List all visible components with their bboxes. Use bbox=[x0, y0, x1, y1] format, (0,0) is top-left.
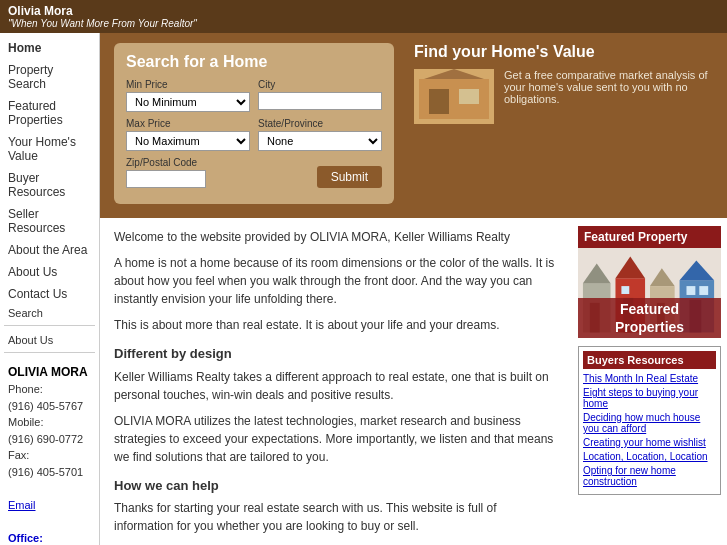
min-price-group: Min Price No Minimum $50,000 $100,000 $2… bbox=[126, 79, 250, 112]
search-form-title: Search for a Home bbox=[126, 53, 382, 71]
search-label: Search bbox=[0, 305, 99, 319]
svg-rect-19 bbox=[686, 286, 695, 295]
top-bar: Olivia Mora "When You Want More From You… bbox=[0, 0, 727, 33]
para2: This is about more than real estate. It … bbox=[114, 316, 558, 334]
zip-input[interactable] bbox=[126, 170, 206, 188]
min-price-label: Min Price bbox=[126, 79, 250, 90]
contact-fax-label: Fax: bbox=[8, 447, 91, 464]
buyers-resource-link[interactable]: Opting for new home construction bbox=[583, 465, 716, 487]
contact-fax: (916) 405-5701 bbox=[8, 464, 91, 481]
max-price-group: Max Price No Maximum $200,000 $400,000 bbox=[126, 118, 250, 151]
sidebar-nav-item[interactable]: Buyer Resources bbox=[0, 167, 99, 203]
state-label: State/Province bbox=[258, 118, 382, 129]
main-text: Welcome to the website provided by OLIVI… bbox=[100, 218, 572, 545]
form-row-2: Max Price No Maximum $200,000 $400,000 S… bbox=[126, 118, 382, 151]
sidebar-nav-item[interactable]: About Us bbox=[0, 261, 99, 283]
about-label: About Us bbox=[0, 332, 99, 346]
submit-button[interactable]: Submit bbox=[317, 166, 382, 188]
buyers-resource-link[interactable]: Location, Location, Location bbox=[583, 451, 716, 462]
sidebar-nav-item[interactable]: Property Search bbox=[0, 59, 99, 95]
contact-email-link[interactable]: Email bbox=[8, 499, 36, 511]
featured-property-box: Featured Property bbox=[578, 226, 721, 338]
svg-rect-20 bbox=[699, 286, 708, 295]
featured-properties-label: Featured Properties bbox=[578, 298, 721, 338]
svg-rect-12 bbox=[621, 286, 629, 294]
home-value-image bbox=[414, 69, 494, 124]
para1: A home is not a home because of its room… bbox=[114, 254, 558, 308]
contact-mobile-label: Mobile: bbox=[8, 414, 91, 431]
max-price-label: Max Price bbox=[126, 118, 250, 129]
svg-rect-3 bbox=[459, 89, 479, 104]
featured-image: Featured Properties bbox=[578, 248, 721, 338]
heading2: How we can help bbox=[114, 476, 558, 496]
sidebar-nav-item[interactable]: About the Area bbox=[0, 239, 99, 261]
buyers-resource-link[interactable]: This Month In Real Estate bbox=[583, 373, 716, 384]
sidebar-nav-item[interactable]: Featured Properties bbox=[0, 95, 99, 131]
contact-phone-label: Phone: bbox=[8, 381, 91, 398]
heading1: Different by design bbox=[114, 344, 558, 364]
sidebar-nav-item[interactable]: Your Home's Value bbox=[0, 131, 99, 167]
state-group: State/Province None California bbox=[258, 118, 382, 151]
content-area: Welcome to the website provided by OLIVI… bbox=[100, 218, 727, 545]
contact-mobile: (916) 690-0772 bbox=[8, 431, 91, 448]
buyers-resource-link[interactable]: Deciding how much house you can afford bbox=[583, 412, 716, 434]
right-sidebar: Featured Property bbox=[572, 218, 727, 545]
form-row-1: Min Price No Minimum $50,000 $100,000 $2… bbox=[126, 79, 382, 112]
sidebar: HomeProperty SearchFeatured PropertiesYo… bbox=[0, 33, 100, 545]
home-value-box: Find your Home's Value Get a free compar… bbox=[414, 43, 713, 204]
home-value-title: Find your Home's Value bbox=[414, 43, 713, 61]
city-group: City bbox=[258, 79, 382, 112]
home-value-description: Get a free comparative market analysis o… bbox=[504, 69, 713, 105]
buyers-resource-link[interactable]: Eight steps to buying your home bbox=[583, 387, 716, 409]
svg-rect-2 bbox=[429, 89, 449, 114]
office-label: Office: bbox=[8, 532, 43, 544]
search-form-box: Search for a Home Min Price No Minimum $… bbox=[114, 43, 394, 204]
tagline: "When You Want More From Your Realtor" bbox=[8, 18, 719, 29]
buyers-resources-header: Buyers Resources bbox=[583, 351, 716, 369]
zip-group: Zip/Postal Code bbox=[126, 157, 250, 188]
min-price-select[interactable]: No Minimum $50,000 $100,000 $200,000 bbox=[126, 92, 250, 112]
para5: Thanks for starting your real estate sea… bbox=[114, 499, 558, 535]
search-banner: Search for a Home Min Price No Minimum $… bbox=[100, 33, 727, 218]
buyers-resource-link[interactable]: Creating your home wishlist bbox=[583, 437, 716, 448]
contact-name: OLIVIA MORA bbox=[8, 363, 91, 381]
welcome-text: Welcome to the website provided by OLIVI… bbox=[114, 228, 558, 246]
featured-property-header: Featured Property bbox=[578, 226, 721, 248]
city-label: City bbox=[258, 79, 382, 90]
zip-label: Zip/Postal Code bbox=[126, 157, 250, 168]
para4: OLIVIA MORA utilizes the latest technolo… bbox=[114, 412, 558, 466]
main-content-area: Search for a Home Min Price No Minimum $… bbox=[100, 33, 727, 545]
sidebar-nav-item[interactable]: Seller Resources bbox=[0, 203, 99, 239]
buyers-resources-links: This Month In Real EstateEight steps to … bbox=[583, 373, 716, 487]
sidebar-nav-item[interactable]: Home bbox=[0, 37, 99, 59]
para3: Keller Williams Realty takes a different… bbox=[114, 368, 558, 404]
sidebar-contact: OLIVIA MORA Phone: (916) 405-5767 Mobile… bbox=[0, 359, 99, 545]
contact-phone: (916) 405-5767 bbox=[8, 398, 91, 415]
home-value-content: Get a free comparative market analysis o… bbox=[414, 69, 713, 124]
city-input[interactable] bbox=[258, 92, 382, 110]
max-price-select[interactable]: No Maximum $200,000 $400,000 bbox=[126, 131, 250, 151]
form-row-3: Zip/Postal Code Submit bbox=[126, 157, 382, 188]
site-title: Olivia Mora bbox=[8, 4, 719, 18]
sidebar-nav-item[interactable]: Contact Us bbox=[0, 283, 99, 305]
nav-list: HomeProperty SearchFeatured PropertiesYo… bbox=[0, 37, 99, 305]
buyers-resources-box: Buyers Resources This Month In Real Esta… bbox=[578, 346, 721, 495]
state-select[interactable]: None California bbox=[258, 131, 382, 151]
submit-group: Submit bbox=[258, 157, 382, 188]
